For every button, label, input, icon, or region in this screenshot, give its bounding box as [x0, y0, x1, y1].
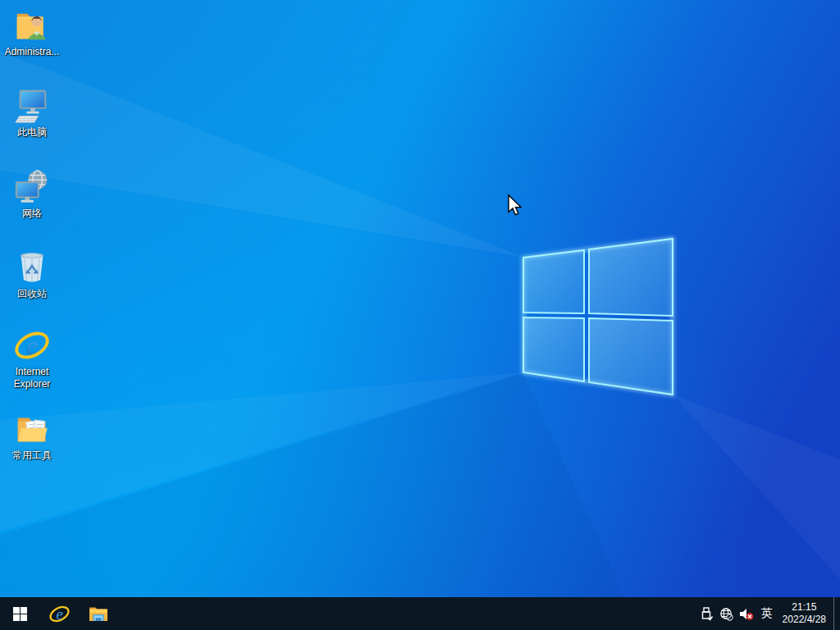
system-tray: 英 21:15 2022/4/28 — [697, 597, 840, 630]
taskbar-internet-explorer-button[interactable]: e — [39, 597, 79, 630]
usb-device-icon[interactable] — [697, 597, 717, 630]
ie-icon: e — [13, 326, 51, 364]
desktop-icon-common-tools[interactable]: 常用工具 — [1, 410, 63, 462]
desktop-icon-label: Administra... — [1, 46, 63, 58]
desktop-icon-label: 网络 — [1, 208, 63, 220]
volume-muted-icon[interactable] — [737, 597, 756, 630]
folder-icon — [88, 603, 109, 624]
start-button[interactable] — [0, 597, 39, 630]
taskbar: e — [0, 597, 840, 630]
windows-logo-icon — [13, 607, 27, 621]
desktop-wallpaper — [0, 0, 840, 630]
input-language-indicator[interactable]: 英 — [756, 597, 778, 630]
desktop-icon-administrator[interactable]: Administra... — [1, 7, 63, 58]
svg-text:e: e — [26, 331, 38, 360]
taskbar-file-explorer-button[interactable] — [79, 597, 118, 630]
taskbar-clock[interactable]: 21:15 2022/4/28 — [778, 597, 833, 630]
computer-icon — [13, 87, 51, 125]
recycle-bin-icon — [13, 249, 51, 286]
desktop-icon-label: 此电脑 — [1, 126, 63, 139]
user-folder-icon — [13, 7, 51, 44]
svg-text:e: e — [56, 605, 63, 622]
desktop-icon-recycle-bin[interactable]: 回收站 — [1, 249, 63, 300]
desktop-icon-internet-explorer[interactable]: e Internet Explorer — [1, 326, 63, 390]
show-desktop-button[interactable] — [833, 597, 840, 630]
network-disconnected-icon[interactable] — [717, 597, 737, 630]
clock-date: 2022/4/28 — [783, 614, 826, 626]
desktop-icon-label: 回收站 — [1, 288, 63, 300]
desktop-icon-label: Internet Explorer — [1, 366, 63, 390]
ie-icon: e — [48, 603, 71, 625]
tools-folder-icon — [13, 410, 51, 448]
desktop-icon-label: 常用工具 — [1, 450, 63, 462]
desktop-icon-this-pc[interactable]: 此电脑 — [1, 87, 63, 139]
clock-time: 21:15 — [792, 601, 816, 614]
network-icon — [13, 168, 51, 206]
desktop-icon-network[interactable]: 网络 — [1, 168, 63, 220]
